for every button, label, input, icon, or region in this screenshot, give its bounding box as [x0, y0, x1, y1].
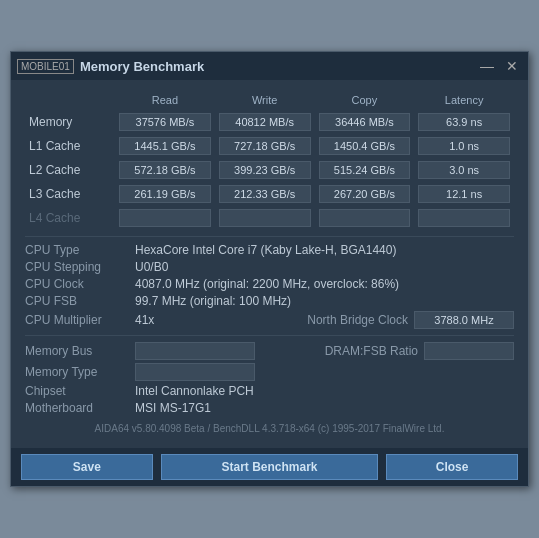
memory-bus-label: Memory Bus [25, 344, 135, 358]
l1-read-value: 1445.1 GB/s [119, 137, 211, 155]
cpu-fsb-value: 99.7 MHz (original: 100 MHz) [135, 294, 291, 308]
memory-latency-cell: 63.9 ns [414, 110, 514, 134]
row-label-l2: L2 Cache [25, 158, 115, 182]
l3-latency-value: 12.1 ns [418, 185, 510, 203]
window-title: Memory Benchmark [80, 59, 204, 74]
footer-text: AIDA64 v5.80.4098 Beta / BenchDLL 4.3.71… [25, 419, 514, 438]
l4-read-value [119, 209, 211, 227]
start-benchmark-button[interactable]: Start Benchmark [161, 454, 379, 480]
row-label-memory: Memory [25, 110, 115, 134]
l4-latency-value [418, 209, 510, 227]
chipset-row: Chipset Intel Cannonlake PCH [25, 384, 514, 398]
table-row: L1 Cache 1445.1 GB/s 727.18 GB/s 1450.4 … [25, 134, 514, 158]
memory-type-label: Memory Type [25, 365, 135, 379]
close-title-button[interactable]: ✕ [502, 58, 522, 74]
chipset-label: Chipset [25, 384, 135, 398]
col-copy: Copy [315, 90, 415, 110]
table-row: Memory 37576 MB/s 40812 MB/s 36446 MB/s … [25, 110, 514, 134]
row-label-l3: L3 Cache [25, 182, 115, 206]
table-row: L3 Cache 261.19 GB/s 212.33 GB/s 267.20 … [25, 182, 514, 206]
memory-type-value [135, 363, 255, 381]
benchmark-table: Read Write Copy Latency Memory 37576 MB/… [25, 90, 514, 230]
nb-clock-value: 3788.0 MHz [414, 311, 514, 329]
l4-write-value [219, 209, 311, 227]
row-label-l4: L4 Cache [25, 206, 115, 230]
l2-read-value: 572.18 GB/s [119, 161, 211, 179]
cpu-type-label: CPU Type [25, 243, 135, 257]
titlebar: MOBILE01 Memory Benchmark — ✕ [11, 52, 528, 80]
main-window: MOBILE01 Memory Benchmark — ✕ Read Write… [10, 51, 529, 487]
l3-write-value: 212.33 GB/s [219, 185, 311, 203]
cpu-type-value: HexaCore Intel Core i7 (Kaby Lake-H, BGA… [135, 243, 396, 257]
main-content: Read Write Copy Latency Memory 37576 MB/… [11, 80, 528, 448]
memory-latency-value: 63.9 ns [418, 113, 510, 131]
motherboard-row: Motherboard MSI MS-17G1 [25, 401, 514, 415]
cpu-multiplier-value: 41x [135, 313, 154, 327]
close-button[interactable]: Close [386, 454, 518, 480]
nb-clock-label: North Bridge Clock [307, 313, 408, 327]
memory-read-cell: 37576 MB/s [115, 110, 215, 134]
cpu-fsb-label: CPU FSB [25, 294, 135, 308]
dram-fsb-label: DRAM:FSB Ratio [325, 344, 418, 358]
cpu-type-row: CPU Type HexaCore Intel Core i7 (Kaby La… [25, 243, 514, 257]
memory-copy-cell: 36446 MB/s [315, 110, 415, 134]
bottom-bar: Save Start Benchmark Close [11, 448, 528, 486]
titlebar-left: MOBILE01 Memory Benchmark [17, 59, 204, 74]
table-row: L2 Cache 572.18 GB/s 399.23 GB/s 515.24 … [25, 158, 514, 182]
divider-1 [25, 236, 514, 237]
l2-copy-value: 515.24 GB/s [319, 161, 411, 179]
memory-write-value: 40812 MB/s [219, 113, 311, 131]
dram-fsb-value [424, 342, 514, 360]
logo: MOBILE01 [17, 59, 74, 74]
motherboard-value: MSI MS-17G1 [135, 401, 211, 415]
cpu-stepping-value: U0/B0 [135, 260, 168, 274]
cpu-clock-row: CPU Clock 4087.0 MHz (original: 2200 MHz… [25, 277, 514, 291]
cpu-stepping-row: CPU Stepping U0/B0 [25, 260, 514, 274]
l3-read-value: 261.19 GB/s [119, 185, 211, 203]
memory-read-value: 37576 MB/s [119, 113, 211, 131]
memory-bus-row: Memory Bus DRAM:FSB Ratio [25, 342, 514, 360]
table-row: L4 Cache [25, 206, 514, 230]
divider-2 [25, 335, 514, 336]
save-button[interactable]: Save [21, 454, 153, 480]
l1-copy-value: 1450.4 GB/s [319, 137, 411, 155]
chipset-value: Intel Cannonlake PCH [135, 384, 254, 398]
cpu-fsb-row: CPU FSB 99.7 MHz (original: 100 MHz) [25, 294, 514, 308]
row-label-l1: L1 Cache [25, 134, 115, 158]
col-write: Write [215, 90, 315, 110]
motherboard-label: Motherboard [25, 401, 135, 415]
l4-copy-value [319, 209, 411, 227]
l1-write-value: 727.18 GB/s [219, 137, 311, 155]
cpu-multiplier-label: CPU Multiplier [25, 313, 135, 327]
info-section: CPU Type HexaCore Intel Core i7 (Kaby La… [25, 243, 514, 415]
l2-latency-value: 3.0 ns [418, 161, 510, 179]
l1-latency-value: 1.0 ns [418, 137, 510, 155]
col-read: Read [115, 90, 215, 110]
l2-write-value: 399.23 GB/s [219, 161, 311, 179]
cpu-multiplier-row: CPU Multiplier 41x North Bridge Clock 37… [25, 311, 514, 329]
col-latency: Latency [414, 90, 514, 110]
memory-bus-value [135, 342, 255, 360]
cpu-stepping-label: CPU Stepping [25, 260, 135, 274]
l3-copy-value: 267.20 GB/s [319, 185, 411, 203]
minimize-button[interactable]: — [476, 58, 498, 74]
memory-write-cell: 40812 MB/s [215, 110, 315, 134]
cpu-clock-label: CPU Clock [25, 277, 135, 291]
cpu-clock-value: 4087.0 MHz (original: 2200 MHz, overcloc… [135, 277, 399, 291]
memory-type-row: Memory Type [25, 363, 514, 381]
memory-copy-value: 36446 MB/s [319, 113, 411, 131]
titlebar-controls: — ✕ [476, 58, 522, 74]
